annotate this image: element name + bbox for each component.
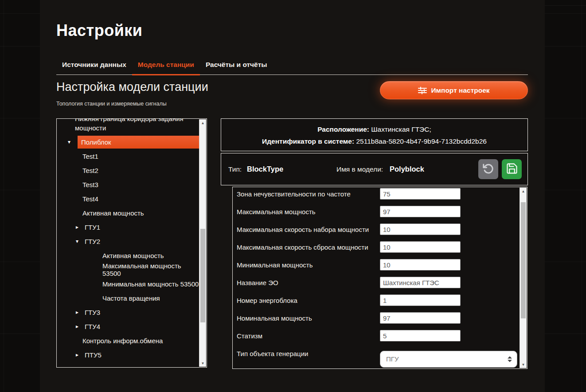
field-label: Максимальная скорость сброса мощности [237,243,368,251]
tree-scrollbar-thumb[interactable] [200,229,205,322]
form-row: Зона нечувствительности по частоте [233,187,520,203]
tree-item[interactable]: Минимальная мощность 53500 [57,277,199,291]
save-button[interactable] [502,159,522,179]
location-line: Расположение: Шахтинская ГТЭС; [221,125,527,133]
form-row: Минимальная мощность [233,256,520,274]
form-scrollbar-thumb[interactable] [521,202,526,318]
tree-item[interactable]: ▸ГТУ1 [57,220,199,234]
tree-item-label: Активная мощность [82,208,144,218]
tree-item-label: ГТУ1 [85,223,100,232]
form-row: Максимальная скорость набора мощности [233,220,520,238]
tree-item-label: ГТУ4 [85,322,100,331]
tree-item-label: Test4 [82,194,98,204]
field-input[interactable] [380,277,461,288]
caret-down-icon[interactable]: ▾ [76,239,85,244]
field-label: Минимальная мощность [237,261,313,269]
form-row: Тип объекта генерацииПГУ [233,345,520,362]
field-input[interactable] [380,259,461,270]
tree-item[interactable]: ▸ГТУ4 [57,319,199,333]
tree-item[interactable]: Частота вращения [57,291,199,305]
form-row: Название ЭО [233,274,520,291]
identifier-value: 2511b8aa-5820-4b47-9b94-7132bcdd2b26 [356,137,486,145]
caret-down-icon[interactable]: ▾ [68,139,78,145]
block-info-box: Расположение: Шахтинская ГТЭС; Идентифик… [221,118,528,151]
tree-item-label: Частота вращения [102,294,160,303]
location-value: Шахтинская ГТЭС; [371,125,431,133]
caret-right-icon[interactable]: ▸ [76,352,85,357]
type-value: BlockType [247,165,283,173]
model-name-label: Имя в модели: [336,165,383,173]
form-scrollbar[interactable]: ▲ ▼ [520,188,527,368]
tree-item[interactable]: Активная мощность [57,248,199,263]
settings-panel: Настройки Источники данныхМодель станции… [40,0,545,392]
tree-item-label: ПТУ5 [85,350,102,360]
tree-item[interactable]: ▸ПТУ6 [57,362,199,368]
sliders-icon [418,86,427,94]
field-input[interactable] [380,330,461,341]
identifier-line: Идентификатор в системе: 2511b8aa-5820-4… [221,137,527,145]
scroll-down-icon[interactable]: ▼ [520,361,527,368]
tree-item[interactable]: ▸ГТУ3 [57,305,199,319]
tree-item-label: ГТУ2 [85,237,100,246]
page-title: Настройки [56,21,142,40]
form-row: Номинальная мощность [233,309,520,327]
field-label: Номер энергоблока [237,297,297,304]
tree-item[interactable]: Test1 [57,149,199,163]
field-input[interactable] [380,294,461,306]
tab-inactive[interactable]: Источники данных [56,58,132,74]
field-input[interactable] [380,241,461,253]
caret-right-icon[interactable]: ▸ [76,224,85,230]
field-label: Зона нечувствительности по частоте [237,190,351,198]
field-input[interactable] [380,223,461,235]
tree-item[interactable]: Контроль информ.обмена [57,333,199,348]
tree-item-label: Test3 [82,180,98,189]
undo-icon [482,163,494,176]
location-label: Расположение: [317,125,369,133]
tree-item[interactable]: Test4 [57,192,199,206]
tree-scrollbar[interactable]: ▲ ▼ [199,119,206,367]
model-name-value: Polyblock [390,165,424,173]
scroll-up-icon[interactable]: ▲ [520,188,527,195]
caret-right-icon[interactable]: ▸ [76,324,85,329]
field-label: Максимальная мощность [237,208,316,216]
form-row: Номер энергоблока [233,291,520,309]
tree-item-label: Test2 [82,166,98,175]
undo-button[interactable] [478,159,498,179]
tree-item[interactable]: Test3 [57,177,199,192]
tree-item[interactable]: Test2 [57,163,199,177]
save-icon [506,162,518,176]
generation-type-select[interactable]: ПГУ [380,351,517,368]
station-tree: Нижняя граница коридора задания мощности… [57,118,199,368]
tab-inactive[interactable]: Расчёты и отчёты [200,58,273,74]
field-label: Статизм [237,332,262,340]
scroll-down-icon[interactable]: ▼ [199,360,206,367]
field-label: Максимальная скорость набора мощности [237,226,369,233]
form-rows: Зона нечувствительности по частотеМаксим… [233,187,520,362]
tree-item-selected[interactable]: ▾Полиблок [57,135,199,149]
field-input[interactable] [380,312,461,324]
tree-item-label: Test1 [82,152,98,161]
import-settings-button[interactable]: Импорт настроек [380,81,528,99]
caret-right-icon[interactable]: ▸ [76,310,85,315]
block-parameters-form: Зона нечувствительности по частотеМаксим… [232,187,527,369]
tree-item[interactable]: Активная мощность [57,206,199,220]
tree-item-label: ГТУ3 [85,308,100,317]
settings-page: { "page": { "title": "Настройки" }, "tab… [0,0,586,392]
tree-item[interactable]: Максимальная мощность 53500 [57,263,199,277]
form-row: Максимальная мощность [233,203,520,220]
tree-item-label: Полиблок [78,136,199,149]
field-input[interactable] [380,206,461,217]
form-row: Статизм [233,327,520,345]
scroll-up-icon[interactable]: ▲ [199,119,206,126]
tree-item-label: Максимальная мощность 53500 [102,261,199,278]
tree-item[interactable]: ▾ГТУ2 [57,234,199,248]
station-tree-panel: Нижняя граница коридора задания мощности… [56,118,207,368]
tree-item[interactable]: ▸ПТУ5 [57,348,199,362]
tree-item[interactable]: Нижняя граница коридора задания мощности [57,118,199,135]
field-input[interactable] [380,188,461,200]
tree-item-label: Контроль информ.обмена [82,336,163,345]
tab-active[interactable]: Модель станции [132,58,200,74]
import-settings-label: Импорт настроек [431,86,489,94]
caret-right-icon[interactable]: ▸ [76,366,85,368]
form-row: Максимальная скорость сброса мощности [233,238,520,256]
